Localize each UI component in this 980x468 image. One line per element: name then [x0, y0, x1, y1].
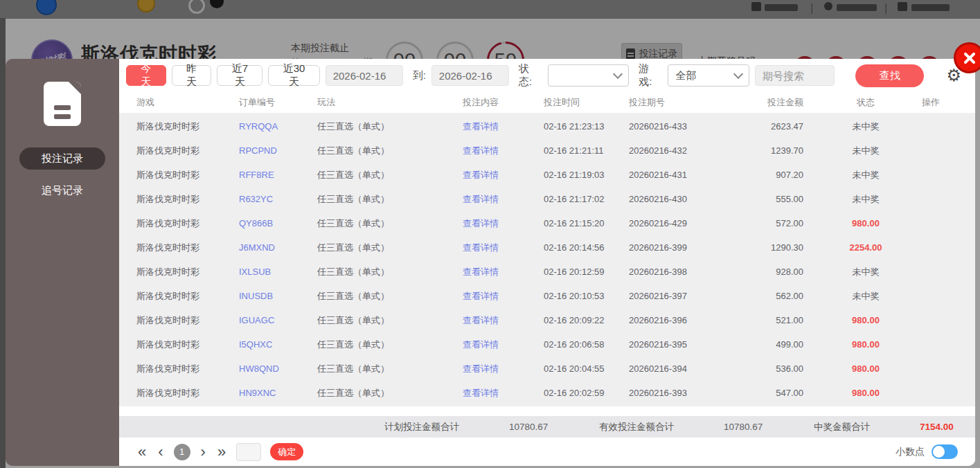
decimal-toggle[interactable]: [932, 444, 958, 459]
view-details-link[interactable]: 查看详情: [463, 145, 544, 157]
view-details-link[interactable]: 查看详情: [463, 217, 544, 230]
cell-issue: 20260216-429: [629, 218, 748, 228]
order-id-link[interactable]: HW8QND: [239, 363, 317, 374]
order-id-link[interactable]: RFF8RE: [239, 170, 317, 180]
status-text: 未中奖: [824, 290, 907, 303]
sidebar-item-bet-records[interactable]: 投注记录: [19, 147, 105, 170]
column-header: 状态: [824, 96, 907, 109]
order-id-link[interactable]: INUSDB: [239, 291, 317, 301]
cell-issue: 20260216-393: [629, 388, 748, 398]
cell-amount: 928.00: [748, 267, 824, 277]
view-details-link[interactable]: 查看详情: [463, 193, 544, 206]
first-page-button[interactable]: «: [136, 444, 148, 460]
cell-issue: 20260216-395: [629, 339, 748, 350]
cell-issue: 20260216-430: [629, 194, 748, 204]
order-id-link[interactable]: I5QHXC: [239, 339, 317, 350]
prev-page-button[interactable]: ‹: [157, 444, 164, 460]
date-to-input[interactable]: [431, 65, 509, 86]
win-amount: 980.00: [824, 339, 907, 350]
quick-range-today[interactable]: 今天: [126, 65, 166, 86]
cell-issue: 20260216-398: [629, 267, 748, 277]
view-details-link[interactable]: 查看详情: [463, 266, 544, 278]
table-row: 斯洛伐克时时彩IGUAGC任三直选（单式）查看详情02-16 20:09:222…: [119, 308, 975, 332]
current-page-indicator[interactable]: 1: [174, 444, 190, 460]
cell-bet-time: 02-16 20:04:55: [544, 363, 629, 374]
cell-play: 任三直选（单式）: [317, 120, 463, 133]
status-text: 未中奖: [824, 193, 907, 206]
doc-icon-line: [54, 105, 71, 110]
cell-amount: 1290.30: [748, 242, 824, 253]
cell-amount: 907.20: [748, 170, 824, 180]
cell-amount: 536.00: [748, 363, 824, 374]
game-select-value: 全部: [675, 69, 696, 82]
cell-game: 斯洛伐克时时彩: [136, 145, 239, 157]
view-details-link[interactable]: 查看详情: [463, 169, 544, 181]
order-id-link[interactable]: IGUAGC: [239, 315, 317, 325]
cell-amount: 547.00: [748, 388, 824, 398]
table-row: 斯洛伐克时时彩RYRQQA任三直选（单式）查看详情02-16 21:23:132…: [119, 114, 975, 138]
cell-play: 任三直选（单式）: [317, 339, 463, 351]
cell-play: 任三直选（单式）: [317, 242, 463, 254]
cell-amount: 572.00: [748, 218, 824, 228]
view-details-link[interactable]: 查看详情: [463, 363, 544, 375]
status-select[interactable]: [548, 64, 630, 87]
table-row: 斯洛伐克时时彩RPCPND任三直选（单式）查看详情02-16 21:21:112…: [119, 138, 975, 163]
last-page-button[interactable]: »: [216, 444, 227, 460]
order-id-link[interactable]: RYRQQA: [239, 121, 317, 132]
filter-bar: 今天昨天近7天近30天 到: 状态: 游戏: 全部 查找 ⚙: [119, 59, 975, 92]
column-header: 投注期号: [629, 96, 748, 109]
view-details-link[interactable]: 查看详情: [463, 120, 544, 133]
view-details-link[interactable]: 查看详情: [463, 314, 544, 327]
planned-total-label: 计划投注金额合计: [384, 416, 459, 438]
view-details-link[interactable]: 查看详情: [463, 339, 544, 351]
cell-game: 斯洛伐克时时彩: [136, 266, 239, 278]
game-select[interactable]: 全部: [668, 64, 749, 87]
issue-search-input[interactable]: [755, 65, 835, 86]
order-id-link[interactable]: J6MXND: [239, 242, 317, 253]
view-details-link[interactable]: 查看详情: [463, 242, 544, 254]
cell-bet-time: 02-16 20:14:56: [544, 242, 629, 253]
confirm-page-button[interactable]: 确定: [270, 443, 303, 460]
cell-issue: 20260216-394: [629, 363, 748, 374]
records-doc-icon: [44, 82, 81, 126]
page-jump-input[interactable]: [236, 443, 261, 461]
status-text: 未中奖: [824, 266, 907, 278]
quick-range-last7days[interactable]: 近7天: [217, 65, 262, 86]
cell-amount: 555.00: [748, 194, 824, 204]
table-row: 斯洛伐克时时彩R632YC任三直选（单式）查看详情02-16 21:17:022…: [119, 187, 975, 211]
next-page-button[interactable]: ›: [199, 444, 207, 460]
cell-game: 斯洛伐克时时彩: [136, 217, 239, 230]
order-id-link[interactable]: HN9XNC: [239, 388, 317, 398]
order-id-link[interactable]: RPCPND: [239, 145, 317, 156]
column-header: 操作: [907, 96, 954, 109]
doc-icon-line: [54, 114, 71, 119]
close-icon[interactable]: [954, 42, 980, 73]
order-id-link[interactable]: R632YC: [239, 194, 317, 204]
chevron-down-icon: [613, 69, 623, 79]
cell-bet-time: 02-16 21:17:02: [544, 194, 629, 204]
view-details-link[interactable]: 查看详情: [463, 290, 544, 303]
cell-game: 斯洛伐克时时彩: [136, 169, 239, 181]
order-id-link[interactable]: IXLSUB: [239, 267, 317, 277]
cell-bet-time: 02-16 21:23:13: [544, 121, 629, 132]
cell-issue: 20260216-397: [629, 291, 748, 301]
cell-play: 任三直选（单式）: [317, 290, 463, 303]
cell-bet-time: 02-16 20:02:59: [544, 388, 629, 398]
decimal-toggle-group: 小数点: [896, 444, 958, 459]
game-label: 游戏:: [639, 62, 662, 89]
order-id-link[interactable]: QY866B: [239, 218, 317, 228]
status-text: 未中奖: [824, 145, 907, 157]
sidebar-item-chase-records[interactable]: 追号记录: [19, 179, 105, 201]
win-amount: 980.00: [824, 388, 907, 398]
table-row: 斯洛伐克时时彩IXLSUB任三直选（单式）查看详情02-16 20:12:592…: [119, 260, 975, 284]
cell-issue: 20260216-432: [629, 145, 748, 156]
screen: | | 时时彩 斯洛伐克时时彩 本期投注截止 第20260216-434期 00…: [0, 0, 980, 468]
cell-amount: 521.00: [748, 315, 824, 325]
valid-total-label: 有效投注金额合计: [599, 416, 674, 438]
quick-range-yesterday[interactable]: 昨天: [172, 65, 212, 86]
view-details-link[interactable]: 查看详情: [463, 387, 544, 399]
cell-issue: 20260216-396: [629, 315, 748, 325]
date-from-input[interactable]: [326, 65, 403, 86]
search-button[interactable]: 查找: [855, 64, 925, 87]
quick-range-last30days[interactable]: 近30天: [268, 65, 319, 86]
